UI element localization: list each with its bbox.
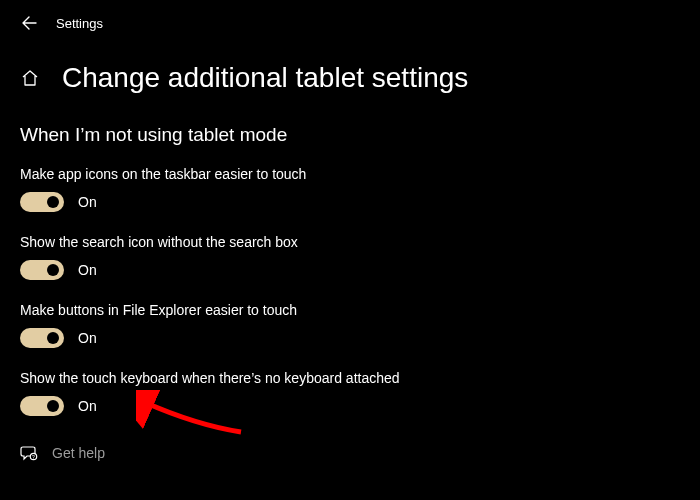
window-title: Settings: [56, 16, 103, 31]
chat-help-icon: ?: [20, 444, 38, 462]
setting-label: Show the touch keyboard when there’s no …: [20, 370, 700, 386]
annotation-arrow-icon: [136, 390, 246, 440]
content-area: When I’m not using tablet mode Make app …: [20, 124, 700, 416]
toggle-row: On: [20, 328, 700, 348]
setting-label: Make app icons on the taskbar easier to …: [20, 166, 700, 182]
setting-label: Make buttons in File Explorer easier to …: [20, 302, 700, 318]
top-bar: Settings: [0, 0, 700, 36]
page-title: Change additional tablet settings: [62, 62, 468, 94]
toggle-row: On: [20, 396, 700, 416]
toggle-row: On: [20, 260, 700, 280]
svg-text:?: ?: [32, 454, 35, 460]
toggle-app-icons[interactable]: [20, 192, 64, 212]
toggle-state: On: [78, 194, 97, 210]
get-help-label: Get help: [52, 445, 105, 461]
page-header: Change additional tablet settings: [20, 62, 700, 94]
toggle-state: On: [78, 262, 97, 278]
toggle-state: On: [78, 330, 97, 346]
toggle-row: On: [20, 192, 700, 212]
setting-label: Show the search icon without the search …: [20, 234, 700, 250]
section-heading: When I’m not using tablet mode: [20, 124, 700, 146]
toggle-file-explorer-buttons[interactable]: [20, 328, 64, 348]
setting-file-explorer-buttons: Make buttons in File Explorer easier to …: [20, 302, 700, 348]
get-help-link[interactable]: ? Get help: [20, 444, 700, 462]
toggle-search-icon[interactable]: [20, 260, 64, 280]
toggle-state: On: [78, 398, 97, 414]
setting-touch-keyboard: Show the touch keyboard when there’s no …: [20, 370, 700, 416]
setting-app-icons: Make app icons on the taskbar easier to …: [20, 166, 700, 212]
home-icon[interactable]: [20, 68, 40, 88]
toggle-touch-keyboard[interactable]: [20, 396, 64, 416]
back-icon[interactable]: [20, 14, 38, 32]
setting-search-icon: Show the search icon without the search …: [20, 234, 700, 280]
